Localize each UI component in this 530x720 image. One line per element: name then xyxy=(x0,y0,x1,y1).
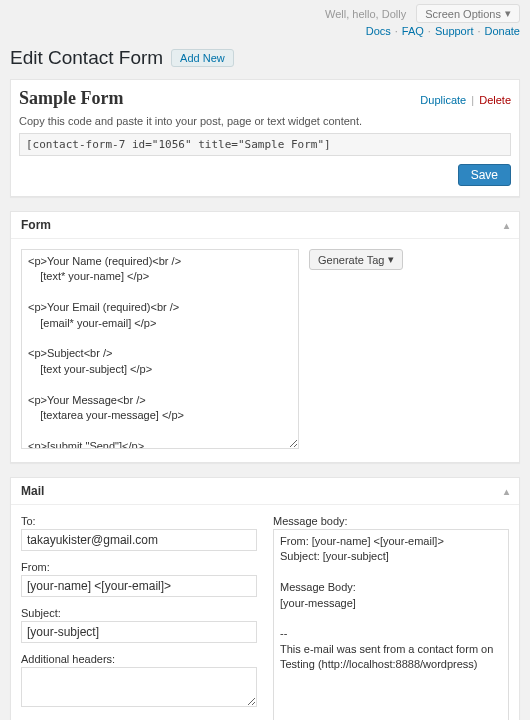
to-input[interactable] xyxy=(21,529,257,551)
to-label: To: xyxy=(21,515,257,527)
faq-link[interactable]: FAQ xyxy=(402,25,424,37)
form-section-heading: Form xyxy=(21,218,51,232)
support-link[interactable]: Support xyxy=(435,25,474,37)
form-content-textarea[interactable] xyxy=(21,249,299,449)
from-label: From: xyxy=(21,561,257,573)
hello-text: Well, hello, Dolly xyxy=(325,8,406,20)
form-title: Sample Form xyxy=(19,88,123,109)
generate-tag-button[interactable]: Generate Tag ▾ xyxy=(309,249,403,270)
mail-section: Mail ▴ To: From: Subject: Additional hea… xyxy=(10,477,520,720)
separator-pipe: | xyxy=(471,94,474,106)
screen-options-button[interactable]: Screen Options ▾ xyxy=(416,4,520,23)
additional-headers-label: Additional headers: xyxy=(21,653,257,665)
top-bar: Well, hello, Dolly Screen Options ▾ xyxy=(0,0,530,25)
from-input[interactable] xyxy=(21,575,257,597)
title-panel: Sample Form Duplicate | Delete Copy this… xyxy=(10,79,520,197)
docs-link[interactable]: Docs xyxy=(366,25,391,37)
shortcode-instruction: Copy this code and paste it into your po… xyxy=(19,115,511,127)
message-body-label: Message body: xyxy=(273,515,509,527)
separator-dash: · xyxy=(395,25,398,37)
duplicate-link[interactable]: Duplicate xyxy=(420,94,466,106)
save-button[interactable]: Save xyxy=(458,164,511,186)
shortcode-display[interactable]: [contact-form-7 id="1056" title="Sample … xyxy=(19,133,511,156)
collapse-icon[interactable]: ▴ xyxy=(504,486,509,497)
delete-link[interactable]: Delete xyxy=(479,94,511,106)
form-section: Form ▴ Generate Tag ▾ xyxy=(10,211,520,463)
chevron-down-icon: ▾ xyxy=(388,253,394,266)
subject-input[interactable] xyxy=(21,621,257,643)
collapse-icon[interactable]: ▴ xyxy=(504,220,509,231)
help-links: Docs · FAQ · Support · Donate xyxy=(0,25,530,43)
chevron-down-icon: ▾ xyxy=(505,7,511,20)
subject-label: Subject: xyxy=(21,607,257,619)
message-body-textarea[interactable] xyxy=(273,529,509,720)
separator-dash: · xyxy=(428,25,431,37)
additional-headers-textarea[interactable] xyxy=(21,667,257,707)
generate-tag-label: Generate Tag xyxy=(318,254,384,266)
title-actions: Duplicate | Delete xyxy=(420,94,511,106)
screen-options-label: Screen Options xyxy=(425,8,501,20)
add-new-button[interactable]: Add New xyxy=(171,49,234,67)
mail-section-heading: Mail xyxy=(21,484,44,498)
donate-link[interactable]: Donate xyxy=(485,25,520,37)
page-header: Edit Contact Form Add New xyxy=(0,43,530,79)
page-title: Edit Contact Form xyxy=(10,47,163,69)
separator-dash: · xyxy=(477,25,480,37)
